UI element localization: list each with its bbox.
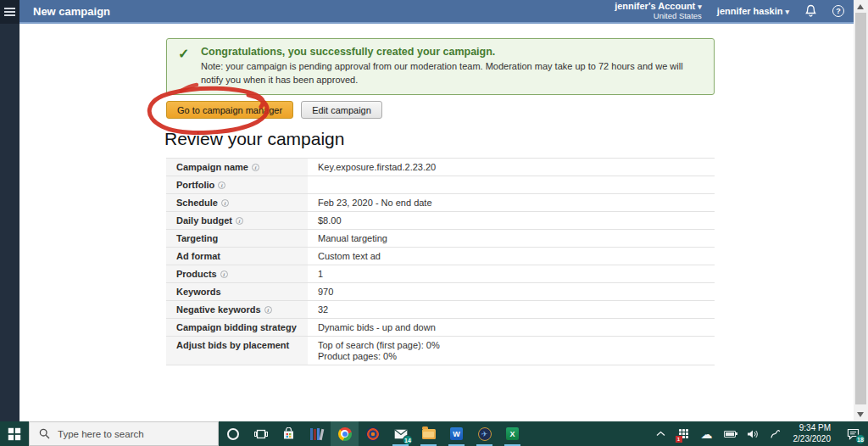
file-explorer-button[interactable] (415, 421, 442, 446)
library-app-button[interactable] (303, 421, 331, 446)
row-value (308, 176, 715, 193)
info-icon[interactable]: i (236, 217, 243, 225)
start-button[interactable] (0, 421, 29, 446)
battery-button[interactable] (721, 421, 738, 446)
windows-ink-button[interactable] (767, 421, 784, 446)
user-name: jennifer haskin (717, 6, 783, 16)
user-menu[interactable]: jennifer haskin▾ (717, 6, 789, 16)
system-tray: 1 ☁ 9:34 PM 2/23/2020 (653, 421, 868, 446)
go-to-campaign-manager-button[interactable]: Go to campaign manager (166, 101, 293, 119)
search-icon (39, 428, 50, 439)
scrollbar-thumb[interactable] (855, 13, 866, 404)
clock[interactable]: 9:34 PM 2/23/2020 (793, 423, 832, 444)
table-row: Adjust bids by placement Top of search (… (166, 337, 715, 365)
windows-taskbar: Type here to search (0, 421, 868, 446)
scroll-up-arrow[interactable] (857, 4, 864, 9)
pen-icon (770, 428, 781, 439)
row-value: Top of search (first page): 0% (318, 340, 704, 351)
row-label: Campaign bidding strategy (176, 322, 297, 332)
cortana-icon (227, 428, 239, 440)
account-name: jennifer's Account (615, 1, 695, 11)
row-label: Campaign name (176, 162, 248, 172)
collapsed-sidebar (0, 0, 19, 421)
bell-icon (804, 4, 817, 18)
search-placeholder: Type here to search (58, 429, 144, 439)
account-switcher[interactable]: jennifer's Account▾ United States (615, 1, 702, 20)
ring-app-icon (366, 427, 380, 441)
info-icon[interactable]: i (252, 164, 259, 171)
scroll-down-arrow[interactable] (857, 412, 864, 417)
table-row: Daily budgeti $8.00 (166, 212, 715, 230)
table-row: Productsi 1 (166, 265, 715, 283)
chevron-up-icon (656, 431, 665, 437)
clock-time: 9:34 PM (793, 423, 832, 434)
action-buttons: Go to campaign manager Edit campaign (166, 101, 382, 119)
help-button[interactable]: ? (832, 5, 844, 17)
airplane-app-button[interactable]: ✈ (470, 421, 498, 446)
banner-note: Note: your campaign is pending approval … (201, 60, 702, 87)
speaker-icon (747, 429, 759, 439)
edit-campaign-button[interactable]: Edit campaign (301, 101, 382, 119)
word-icon: W (450, 427, 463, 440)
table-row: Negative keywordsi 32 (166, 301, 715, 319)
folder-icon (422, 429, 436, 439)
hamburger-icon (4, 8, 15, 16)
success-banner: ✓ Congratulations, you successfully crea… (166, 38, 715, 95)
info-icon[interactable]: i (220, 270, 228, 278)
check-icon: ✓ (178, 46, 189, 62)
row-value: Dynamic bids - up and down (308, 319, 715, 336)
menu-button[interactable] (0, 0, 19, 24)
onedrive-button[interactable]: ☁ (698, 421, 715, 446)
books-icon (310, 428, 323, 440)
row-value: Key.exposure.firstad.2.23.20 (308, 159, 715, 176)
task-view-button[interactable] (247, 421, 275, 446)
row-label: Negative keywords (176, 304, 261, 315)
table-row: Campaign bidding strategy Dynamic bids -… (166, 319, 715, 337)
account-region: United States (615, 12, 702, 20)
windows-logo-icon (8, 428, 20, 440)
microsoft-store-button[interactable] (275, 421, 303, 446)
banner-title: Congratulations, you successfully create… (201, 46, 702, 58)
volume-button[interactable] (744, 421, 761, 446)
review-heading: Review your campaign (164, 129, 344, 149)
table-row: Targeting Manual targeting (166, 230, 715, 248)
mail-button[interactable]: 14 (387, 421, 415, 446)
vertical-scrollbar (854, 0, 868, 421)
task-view-icon (254, 428, 268, 440)
action-center-button[interactable]: 18 (842, 421, 864, 446)
cortana-button[interactable] (219, 421, 247, 446)
header-right-cluster: jennifer's Account▾ United States jennif… (615, 1, 844, 20)
chevron-down-icon: ▾ (785, 8, 789, 16)
row-value: 970 (308, 283, 715, 300)
chrome-button[interactable] (331, 421, 359, 446)
word-button[interactable]: W (442, 421, 470, 446)
taskbar-search-input[interactable]: Type here to search (29, 421, 219, 446)
row-label: Schedule (176, 198, 218, 208)
excel-icon: X (506, 427, 519, 440)
action-center-badge: 18 (855, 434, 865, 444)
tray-expand-button[interactable] (653, 421, 670, 446)
ring-app-button[interactable] (359, 421, 387, 446)
excel-button[interactable]: X (498, 421, 526, 446)
cloud-icon: ☁ (701, 427, 713, 441)
row-label: Adjust bids by placement (176, 340, 289, 350)
row-label: Portfolio (176, 180, 214, 190)
info-icon[interactable]: i (264, 306, 272, 314)
help-icon: ? (832, 5, 844, 17)
airplane-icon: ✈ (478, 427, 492, 441)
info-icon[interactable]: i (218, 181, 225, 189)
tray-app-button[interactable]: 1 (676, 421, 693, 446)
row-label: Keywords (176, 287, 221, 297)
clock-date: 2/23/2020 (793, 434, 832, 445)
row-value: 1 (308, 265, 715, 282)
row-label: Ad format (176, 251, 220, 261)
tray-app-badge: 1 (676, 436, 682, 443)
page-title: New campaign (33, 5, 110, 18)
campaign-summary-table: Campaign namei Key.exposure.firstad.2.23… (166, 158, 715, 365)
pinned-apps: 14 W ✈ X (219, 421, 526, 446)
row-value: 32 (308, 301, 715, 318)
info-icon[interactable]: i (221, 199, 229, 207)
store-icon (282, 427, 295, 440)
notifications-button[interactable] (804, 4, 817, 18)
row-value: Custom text ad (308, 248, 715, 265)
